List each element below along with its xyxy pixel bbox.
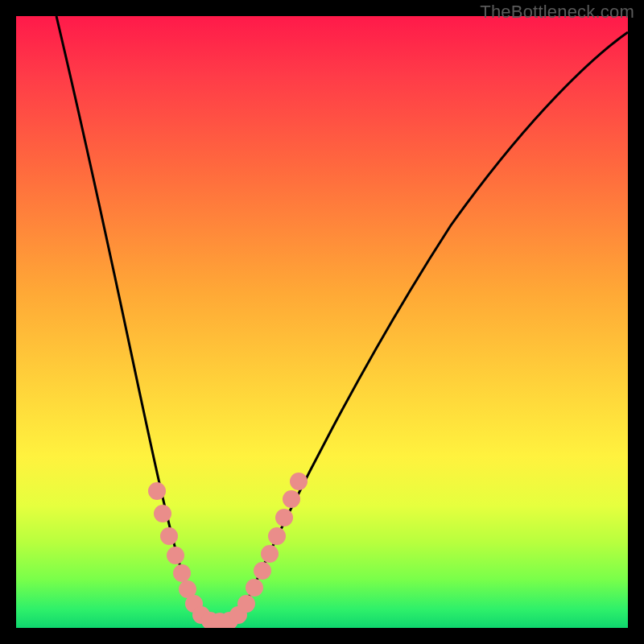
chart-area — [16, 16, 628, 628]
marker-dot — [237, 595, 255, 613]
marker-dot — [148, 482, 166, 500]
marker-dot — [261, 545, 279, 563]
marker-group — [148, 473, 308, 628]
marker-dot — [154, 505, 171, 522]
marker-dot — [275, 509, 293, 526]
marker-dot — [160, 527, 178, 545]
marker-dot — [268, 527, 286, 545]
marker-dot — [173, 564, 191, 582]
marker-dot — [167, 547, 184, 564]
curve-path — [56, 16, 628, 622]
marker-dot — [246, 579, 263, 597]
marker-dot — [283, 490, 300, 508]
marker-dot — [290, 473, 308, 490]
marker-dot — [254, 562, 271, 580]
watermark-text: TheBottleneck.com — [480, 2, 634, 23]
chart-svg — [16, 16, 628, 628]
